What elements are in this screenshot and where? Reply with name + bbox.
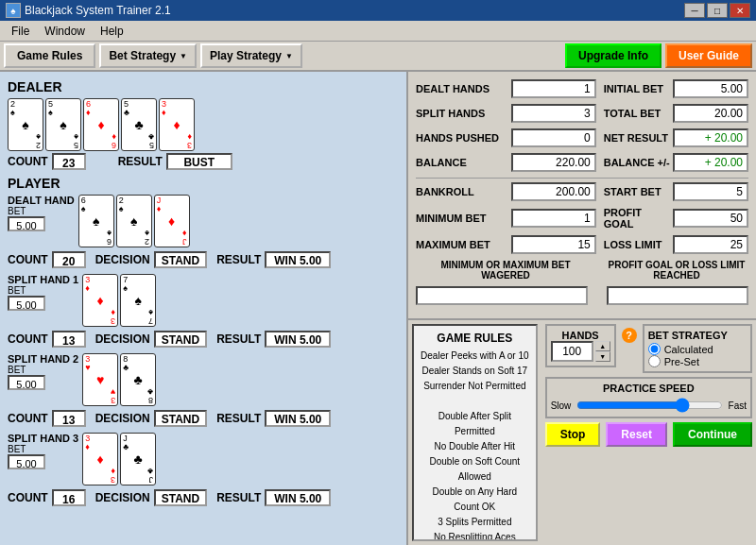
start-bet-value[interactable] — [673, 182, 748, 201]
split2-card-1: 3♥ ♥ 3♥ — [82, 353, 118, 406]
menu-file[interactable]: File — [4, 23, 37, 40]
preset-radio[interactable] — [648, 355, 661, 367]
dealer-count-label: COUNT — [8, 155, 48, 168]
balance-value[interactable] — [511, 153, 596, 172]
split1-result-label: RESULT — [216, 332, 261, 346]
split-hand-1-bet-value: 5.00 — [8, 296, 45, 311]
split-hand-3-bet-value: 5.00 — [8, 454, 45, 469]
dealt-hand-cards: 6♠ ♠ 6♠ 2♠ ♠ 2♠ J♦ ♦ J♦ — [78, 195, 190, 247]
game-rules-box: GAME RULES Dealer Peeks with A or 10 Dea… — [412, 324, 538, 541]
split2-count-row: COUNT 13 DECISION STAND RESULT WIN 5.00 — [8, 410, 399, 427]
game-rules-text: Dealer Peeks with A or 10 Dealer Stands … — [420, 349, 530, 541]
minimum-bet-value[interactable] — [511, 209, 596, 228]
split-hand-3-label: SPLIT HAND 3 — [8, 433, 78, 444]
net-result-value[interactable] — [673, 128, 748, 147]
practice-speed-slider[interactable] — [576, 398, 722, 413]
stats-row-4: BALANCE BALANCE +/- — [416, 153, 748, 172]
split3-result-label: RESULT — [216, 491, 261, 504]
preset-radio-row: Pre-Set — [648, 355, 747, 367]
split2-decision-label: DECISION — [95, 412, 150, 425]
play-strategy-button[interactable]: Play Strategy ▼ — [200, 43, 302, 68]
main-content: DEALER 2♠ ♠ 2♠ 5♠ ♠ 5♠ 6♦ ♦ — [0, 72, 756, 545]
split-hand-1: SPLIT HAND 1 BET 5.00 3♦ ♦ 3♦ 7♠ ♠ 7♠ — [8, 274, 399, 348]
hands-input[interactable] — [551, 341, 593, 362]
dealt-card-2: 2♠ ♠ 2♠ — [116, 195, 152, 247]
dealt-result-label: RESULT — [216, 253, 261, 266]
hands-increment-button[interactable]: ▲ — [595, 341, 610, 351]
question-icon[interactable]: ? — [622, 328, 637, 343]
window-controls: ─ □ ✕ — [684, 3, 750, 18]
split3-count-value: 16 — [52, 489, 86, 506]
dealt-card-3: J♦ ♦ J♦ — [154, 195, 190, 247]
split-hand-1-label: SPLIT HAND 1 — [8, 274, 78, 285]
hands-decrement-button[interactable]: ▼ — [595, 351, 610, 362]
dealer-card-1: 2♠ ♠ 2♠ — [8, 98, 43, 151]
dealt-card-1: 6♠ ♠ 6♠ — [78, 195, 114, 247]
calculated-radio-row: Calculated — [648, 343, 747, 355]
initial-bet-value[interactable] — [673, 79, 748, 98]
bet-strategy-label: BET STRATEGY — [648, 330, 747, 341]
bet-strategy-button[interactable]: Bet Strategy ▼ — [99, 43, 197, 68]
split-hands-value[interactable] — [511, 104, 596, 123]
practice-speed-box: PRACTICE SPEED Slow Fast — [545, 377, 752, 418]
split-hand-3-bet-label: BET — [8, 444, 78, 454]
dealt-bet-label: BET — [8, 206, 75, 216]
minimum-bet-label: MINIMUM BET — [416, 213, 511, 224]
balance-plus-minus-value[interactable] — [673, 153, 748, 172]
toolbar: Game Rules Bet Strategy ▼ Play Strategy … — [0, 42, 756, 72]
split2-result-value: WIN 5.00 — [265, 410, 331, 427]
close-button[interactable]: ✕ — [730, 3, 750, 18]
slow-label: Slow — [551, 400, 572, 411]
split1-card-2: 7♠ ♠ 7♠ — [120, 274, 156, 327]
menu-window[interactable]: Window — [37, 23, 93, 40]
total-bet-value[interactable] — [673, 104, 748, 123]
hands-pushed-value[interactable] — [511, 128, 596, 147]
split-hand-2-cards: 3♥ ♥ 3♥ 8♣ ♣ 8♣ — [82, 353, 156, 406]
split1-count-value: 13 — [52, 331, 86, 348]
dealer-result-value: BUST — [166, 153, 232, 170]
stats-row-6: MINIMUM BET PROFIT GOAL — [416, 207, 748, 230]
profit-loss-reached-value[interactable] — [607, 286, 748, 305]
right-panel: DEALT HANDS INITIAL BET SPLIT HANDS TOTA… — [406, 72, 756, 545]
calculated-radio[interactable] — [648, 343, 661, 355]
stats-row-3: HANDS PUSHED NET RESULT — [416, 128, 748, 147]
dealt-count-value: 20 — [52, 251, 86, 268]
upgrade-info-button[interactable]: Upgrade Info — [565, 43, 662, 68]
split1-count-row: COUNT 13 DECISION STAND RESULT WIN 5.00 — [8, 331, 399, 348]
user-guide-button[interactable]: User Guide — [665, 43, 752, 68]
title-bar: ♠ Blackjack System Trainer 2.1 ─ □ ✕ — [0, 0, 756, 21]
dealt-hands-label: DEALT HANDS — [416, 83, 511, 94]
play-strategy-dropdown-arrow: ▼ — [285, 52, 293, 60]
dealer-cards: 2♠ ♠ 2♠ 5♠ ♠ 5♠ 6♦ ♦ 6♦ 5♣ — [8, 98, 399, 151]
stop-button[interactable]: Stop — [545, 422, 601, 447]
bet-strategy-dropdown-arrow: ▼ — [180, 52, 187, 60]
dealer-card-4: 5♣ ♣ 5♣ — [121, 98, 157, 151]
stats-separator-1 — [416, 178, 748, 179]
maximum-bet-value[interactable] — [511, 235, 596, 254]
split3-card-1: 3♦ ♦ 3♦ — [82, 433, 118, 485]
hands-bet-strategy-row: HANDS ▲ ▼ ? — [545, 324, 752, 373]
minimize-button[interactable]: ─ — [684, 3, 705, 18]
continue-button[interactable]: Continue — [673, 422, 752, 447]
min-max-wagered-value[interactable] — [416, 286, 588, 305]
dealer-count-value: 23 — [52, 153, 86, 170]
split-hand-1-bet-label: BET — [8, 285, 78, 296]
split-hand-1-cards: 3♦ ♦ 3♦ 7♠ ♠ 7♠ — [82, 274, 156, 327]
split-hands-label: SPLIT HANDS — [416, 108, 511, 119]
game-rules-button[interactable]: Game Rules — [4, 43, 95, 68]
profit-goal-value[interactable] — [673, 209, 748, 228]
game-area: DEALER 2♠ ♠ 2♠ 5♠ ♠ 5♠ 6♦ ♦ — [0, 72, 406, 545]
dealt-hands-value[interactable] — [511, 79, 596, 98]
maximum-bet-label: MAXIMUM BET — [416, 239, 511, 250]
menu-bar: File Window Help — [0, 21, 756, 42]
loss-limit-value[interactable] — [673, 235, 748, 254]
hands-box: HANDS ▲ ▼ — [545, 324, 616, 367]
split1-decision-label: DECISION — [95, 332, 150, 346]
net-result-label: NET RESULT — [604, 132, 673, 144]
reset-button[interactable]: Reset — [606, 422, 667, 447]
maximize-button[interactable]: □ — [707, 3, 728, 18]
split2-decision-value: STAND — [154, 410, 207, 427]
bankroll-value[interactable] — [511, 182, 596, 201]
menu-help[interactable]: Help — [93, 23, 131, 40]
split2-count-label: COUNT — [8, 412, 48, 425]
